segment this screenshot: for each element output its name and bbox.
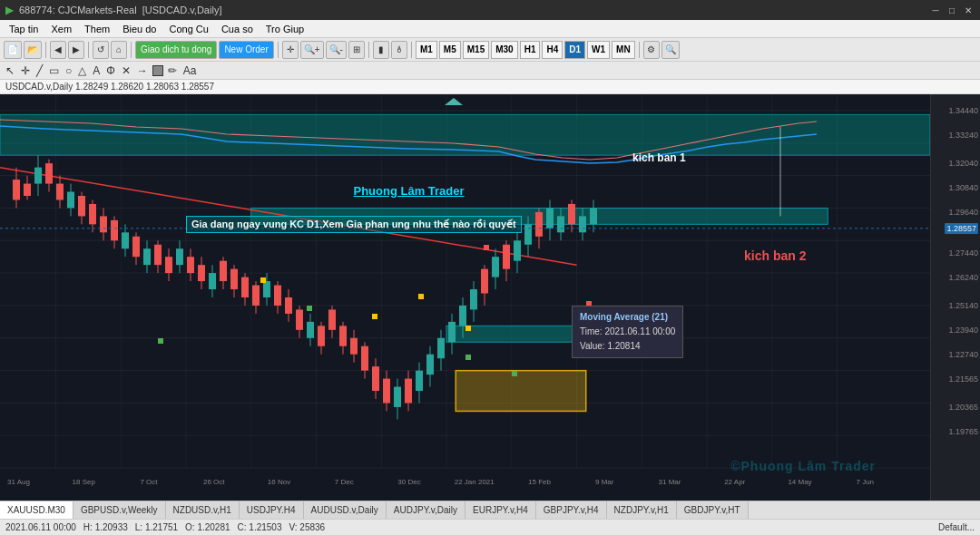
- svg-text:22 Apr: 22 Apr: [724, 478, 745, 486]
- menu-item-cong-cu[interactable]: Cong Cu: [163, 23, 213, 35]
- svg-rect-28: [456, 371, 586, 412]
- svg-text:7 Dec: 7 Dec: [335, 478, 354, 486]
- menu-item-bieu-do[interactable]: Bieu do: [117, 23, 162, 35]
- refresh-btn[interactable]: ↺: [93, 41, 109, 59]
- tf-w1[interactable]: W1: [587, 41, 610, 59]
- tf-m5[interactable]: M5: [439, 41, 461, 59]
- menu-item-cua-so[interactable]: Cua so: [216, 23, 259, 35]
- home-btn[interactable]: ⌂: [111, 41, 127, 59]
- crosshair-btn[interactable]: ✛: [282, 41, 299, 59]
- svg-rect-63: [187, 257, 194, 273]
- svg-text:30 Dec: 30 Dec: [397, 478, 420, 486]
- forward-btn[interactable]: ▶: [68, 41, 84, 59]
- pen-tool[interactable]: ✏: [166, 64, 179, 77]
- auto-trade-button[interactable]: Giao dich tu dong: [135, 41, 217, 59]
- svg-rect-61: [176, 248, 183, 265]
- svg-rect-117: [481, 269, 488, 294]
- back-btn[interactable]: ◀: [50, 41, 66, 59]
- triangle-tool[interactable]: △: [76, 64, 88, 77]
- menu-item-tro-giup[interactable]: Tro Giup: [260, 23, 309, 35]
- price-level-2: 1.33240: [948, 131, 978, 140]
- svg-rect-25: [0, 114, 930, 155]
- maximize-button[interactable]: □: [946, 4, 958, 16]
- tf-h1[interactable]: H1: [520, 41, 541, 59]
- bottom-tabs: XAUUSD.M30GBPUSD.v,WeeklyNZDUSD.v,H1USDJ…: [0, 501, 980, 519]
- chart-area[interactable]: 31 Aug 18 Sep 7 Oct 26 Oct 16 Nov 7 Dec …: [0, 94, 980, 501]
- status-v: V: 25836: [289, 522, 325, 532]
- cursor-tool[interactable]: ↖: [4, 64, 16, 77]
- menu-item-them[interactable]: Them: [79, 23, 115, 35]
- text-tool[interactable]: A: [91, 64, 102, 77]
- svg-rect-93: [350, 338, 358, 355]
- settings-btn[interactable]: ⚙: [643, 41, 660, 59]
- close-button[interactable]: ✕: [962, 4, 975, 16]
- tf-m30[interactable]: M30: [491, 41, 517, 59]
- bottom-tab-4[interactable]: AUDUSD.v,Daily: [304, 501, 387, 520]
- sep3: [131, 42, 132, 58]
- svg-rect-123: [514, 240, 521, 260]
- bottom-tab-3[interactable]: USDJPY.H4: [240, 501, 304, 520]
- bottom-tab-6[interactable]: EURJPY.v,H4: [466, 501, 536, 520]
- svg-rect-119: [492, 257, 499, 277]
- delete-tool[interactable]: ✕: [120, 64, 132, 77]
- status-l: L: 1.21751: [135, 522, 178, 532]
- candle-btn[interactable]: 🕯: [391, 41, 407, 59]
- menu-item-tap-tin[interactable]: Tap tin: [4, 23, 44, 35]
- tf-h4[interactable]: H4: [542, 41, 563, 59]
- svg-text:7 Oct: 7 Oct: [140, 478, 158, 486]
- bottom-tab-0[interactable]: XAUUSD.M30: [0, 501, 74, 520]
- titlebar: ▶ 688774: CJCMarkets-Real [USDCAD.v,Dail…: [0, 0, 980, 20]
- svg-rect-41: [67, 192, 74, 209]
- search-btn[interactable]: 🔍: [662, 41, 680, 59]
- color-picker[interactable]: [152, 65, 163, 76]
- line-tool[interactable]: ╱: [34, 64, 44, 77]
- tf-m1[interactable]: M1: [416, 41, 437, 59]
- svg-rect-37: [45, 163, 53, 183]
- label-a[interactable]: Aa: [181, 64, 199, 77]
- ellipse-tool[interactable]: ○: [64, 64, 74, 77]
- svg-rect-127: [535, 212, 543, 237]
- svg-text:16 Nov: 16 Nov: [268, 478, 290, 486]
- symbol-info: USDCAD.v,Daily 1.28249 1.28620 1.28063 1…: [5, 82, 214, 92]
- arrow-tool[interactable]: →: [135, 64, 150, 77]
- tf-m15[interactable]: M15: [463, 41, 489, 59]
- new-btn[interactable]: 📄: [4, 41, 22, 59]
- bottom-tab-7[interactable]: GBPJPY.v,H4: [536, 501, 607, 520]
- chart-canvas[interactable]: 31 Aug 18 Sep 7 Oct 26 Oct 16 Nov 7 Dec …: [0, 94, 930, 501]
- zoom-in-btn[interactable]: 🔍+: [300, 41, 324, 59]
- menu-item-xem[interactable]: Xem: [45, 23, 77, 35]
- bottom-tab-2[interactable]: NZDUSD.v,H1: [166, 501, 240, 520]
- signal-dot2: [372, 314, 377, 319]
- svg-rect-97: [372, 366, 379, 391]
- svg-text:22 Jan 2021: 22 Jan 2021: [455, 478, 495, 486]
- svg-rect-105: [416, 371, 423, 391]
- new-order-button[interactable]: New Order: [219, 41, 273, 59]
- chart-svg: 31 Aug 18 Sep 7 Oct 26 Oct 16 Nov 7 Dec …: [0, 94, 930, 501]
- bar-chart-btn[interactable]: ▮: [373, 41, 389, 59]
- toolbar: 📄 📂 ◀ ▶ ↺ ⌂ Giao dich tu dong New Order …: [0, 38, 980, 62]
- bottom-tab-8[interactable]: NZDJPY.v,H1: [607, 501, 677, 520]
- bottom-tab-1[interactable]: GBPUSD.v,Weekly: [74, 501, 166, 520]
- tf-mn[interactable]: MN: [612, 41, 635, 59]
- bottom-tab-9[interactable]: GBDJPY.v,HT: [677, 501, 749, 520]
- svg-rect-107: [426, 355, 434, 374]
- kich-ban-1-label: kich ban 1: [632, 151, 686, 164]
- titlebar-account: 688774: CJCMarkets-Real: [19, 5, 137, 15]
- svg-rect-33: [24, 184, 31, 196]
- app-icon: ▶: [5, 4, 14, 16]
- fib-tool[interactable]: Φ: [104, 64, 117, 77]
- rect-tool[interactable]: ▭: [47, 64, 61, 77]
- fit-btn[interactable]: ⊞: [348, 41, 365, 59]
- bottom-tab-5[interactable]: AUDJPY.v,Daily: [387, 501, 466, 520]
- svg-rect-57: [154, 245, 162, 265]
- zoom-out-btn[interactable]: 🔍-: [326, 41, 347, 59]
- svg-text:15 Feb: 15 Feb: [528, 478, 551, 486]
- chart-watermark: ©Phuong Lâm Trader: [730, 459, 876, 473]
- minimize-button[interactable]: ─: [929, 4, 942, 16]
- svg-rect-101: [394, 387, 401, 407]
- tooltip-title: Moving Average (21): [580, 310, 675, 325]
- crosshair-tool[interactable]: ✛: [19, 64, 32, 77]
- svg-rect-49: [111, 220, 118, 240]
- open-btn[interactable]: 📂: [24, 41, 42, 59]
- tf-d1[interactable]: D1: [564, 41, 585, 59]
